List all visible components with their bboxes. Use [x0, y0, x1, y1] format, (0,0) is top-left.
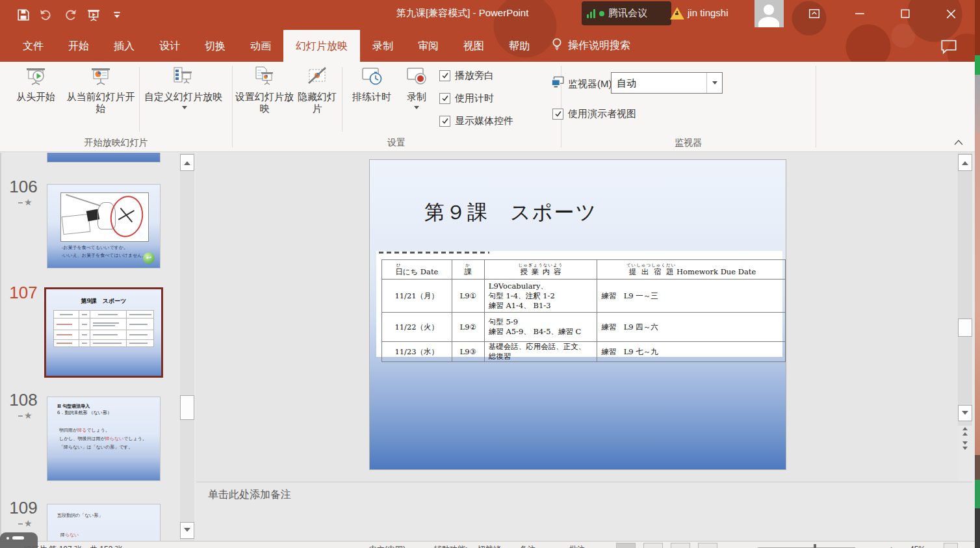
thumbnail-slide-108[interactable]: Ⅱ 句型语法导入 6．動詞未然形 （ない形） 明日雨が降るでしょう。 しかし、明… — [47, 397, 161, 481]
combo-arrow[interactable] — [706, 73, 722, 93]
from-beginning-icon — [25, 65, 47, 87]
zoom-in-icon[interactable]: + — [889, 543, 894, 548]
start-slideshow-icon[interactable] — [86, 7, 101, 23]
hide-slide-button[interactable]: 隐藏幻灯片 — [294, 65, 341, 114]
table-row: 11/23（水） L9③ 基礎会話、応用会話、正文、総復習 練習 L9 七～九 — [382, 342, 786, 362]
tab-review[interactable]: 审阅 — [406, 30, 451, 62]
tab-design[interactable]: 设计 — [147, 30, 192, 62]
group-label-setup: 设置 — [232, 137, 561, 150]
tab-view[interactable]: 视图 — [451, 30, 496, 62]
maximize-icon[interactable] — [890, 0, 920, 27]
reading-view-icon[interactable] — [671, 543, 690, 548]
tab-record[interactable]: 录制 — [360, 30, 406, 62]
setup-slide-show-button[interactable]: 设置幻灯片放映 — [235, 65, 294, 114]
slide-sorter-view-icon[interactable] — [643, 543, 663, 548]
close-icon[interactable] — [936, 0, 966, 27]
collapse-ribbon-icon[interactable] — [950, 136, 967, 149]
tab-animations[interactable]: 动画 — [238, 30, 283, 62]
monitor-label: 监视器(M): — [568, 78, 615, 90]
cell-content: 基礎会話、応用会話、正文、総復習 — [484, 342, 597, 362]
tencent-meeting-badge[interactable]: 腾讯会议 — [582, 1, 671, 25]
fit-to-window-icon[interactable] — [944, 543, 958, 548]
save-icon[interactable] — [16, 7, 31, 23]
thumbnail-slide-107-selected[interactable]: 第9課 スポーツ — [44, 287, 163, 378]
meeting-badge-label: 腾讯会议 — [608, 7, 647, 20]
redo-icon[interactable] — [62, 7, 78, 23]
account-name[interactable]: jin tingshi — [688, 7, 729, 18]
animation-star-icon: ★ — [18, 197, 38, 207]
tell-me-search[interactable]: 操作说明搜索 — [542, 30, 639, 62]
edge-strip — [975, 133, 980, 455]
tab-insert[interactable]: 插入 — [101, 30, 147, 62]
avatar[interactable] — [754, 0, 784, 27]
chevron-down-icon — [712, 81, 717, 87]
play-narrations-checkbox[interactable]: 播放旁白 — [439, 69, 494, 82]
rehearse-timings-button[interactable]: 排练计时 — [346, 65, 398, 103]
use-timings-label: 使用计时 — [455, 92, 494, 105]
notes-pane[interactable]: 单击此处添加备注 — [196, 482, 972, 541]
thumbnail-slide-106[interactable]: -お菓子を食べてもいいですか。 -いいえ、お菓子を食べてはいけません。 ↩ — [47, 184, 161, 268]
minimize-icon[interactable] — [845, 0, 875, 27]
zoom-out-icon[interactable]: − — [745, 543, 749, 548]
nav-back-icon[interactable]: ↩ — [143, 252, 155, 264]
signal-bars-icon — [587, 9, 595, 18]
scroll-down-button[interactable] — [180, 522, 194, 539]
edge-strip — [975, 0, 980, 55]
next-slide-button[interactable] — [961, 441, 970, 451]
slide-canvas[interactable]: 第９課 スポーツ 日ひにち Date 課か 授業内容じゅぎょうないよう 提出宿題… — [369, 159, 786, 470]
slide-title: 第９課 スポーツ — [424, 199, 597, 226]
scrollbar-thumb[interactable] — [958, 319, 972, 337]
language-indicator[interactable]: 中文(中国) — [369, 543, 406, 548]
meeting-mini-overlay[interactable] — [0, 532, 38, 548]
slide-thumbnails-panel: 106 ★ -お菓子を食べてもいいですか。 -いいえ、お菓子を食べてはいけません… — [0, 153, 196, 541]
ribbon-tabs: 文件 开始 插入 设计 切换 动画 幻灯片放映 录制 审阅 视图 帮助 操作说明… — [0, 30, 980, 62]
group-label-monitors: 监视器 — [561, 137, 816, 150]
header-lesson: 課か — [452, 260, 484, 280]
cell-date: 11/22（火） — [382, 313, 452, 342]
scroll-up-button[interactable] — [958, 154, 972, 171]
show-media-controls-checkbox[interactable]: 显示媒体控件 — [439, 114, 513, 127]
comment-bubble-icon[interactable] — [940, 39, 957, 57]
custom-slide-show-button[interactable]: 自定义幻灯片放映 — [144, 65, 222, 114]
ribbon-display-options-icon[interactable] — [799, 0, 829, 27]
lightbulb-icon — [551, 38, 563, 55]
normal-view-icon[interactable] — [616, 543, 636, 548]
from-beginning-button[interactable]: 从头开始 — [9, 65, 62, 103]
quick-access-toolbar — [16, 4, 125, 26]
notes-placeholder[interactable]: 单击此处添加备注 — [208, 488, 291, 502]
cell-homework: 練習 L9 七～九 — [597, 342, 786, 362]
zoom-level[interactable]: 45% — [910, 543, 925, 548]
comments-toggle[interactable]: 批注 — [569, 543, 585, 548]
scrollbar-thumb[interactable] — [180, 395, 194, 420]
tab-help[interactable]: 帮助 — [496, 30, 542, 62]
tab-slide-show[interactable]: 幻灯片放映 — [283, 30, 360, 62]
undo-icon[interactable] — [39, 7, 55, 23]
cell-date: 11/21（月） — [382, 280, 452, 313]
use-timings-checkbox[interactable]: 使用计时 — [439, 92, 494, 105]
cartoon-image — [60, 192, 149, 242]
customize-qat-icon[interactable] — [109, 7, 125, 23]
red-circle-x-mark — [107, 193, 146, 240]
tab-transitions[interactable]: 切换 — [192, 30, 238, 62]
group-separator — [232, 66, 233, 148]
zoom-slider-handle[interactable] — [814, 544, 816, 548]
scroll-up-button[interactable] — [180, 154, 194, 171]
schedule-table: 日ひにち Date 課か 授業内容じゅぎょうないよう 提出宿題ていしゅつしゅくだ… — [381, 259, 786, 362]
thumbnail-slide-109[interactable]: 五段動詞の「ない形」 降らない 降ります — [47, 504, 161, 541]
clipped-text-line — [379, 252, 489, 254]
record-button[interactable]: 录制 — [399, 65, 434, 114]
thumbnails-scrollbar[interactable] — [180, 153, 194, 541]
accessibility-status[interactable]: 辅助功能: 一切就绪 — [434, 543, 501, 548]
slideshow-view-icon[interactable] — [698, 543, 717, 548]
scroll-down-button[interactable] — [958, 405, 972, 421]
tab-home[interactable]: 开始 — [56, 30, 101, 62]
thumbnail-partial-top[interactable] — [47, 153, 161, 163]
main-scrollbar[interactable] — [958, 153, 972, 426]
monitor-dropdown[interactable]: 自动 — [611, 72, 723, 94]
notes-toggle[interactable]: 备注 — [520, 543, 535, 548]
use-presenter-view-checkbox[interactable]: 使用演示者视图 — [552, 107, 636, 120]
from-current-slide-button[interactable]: 从当前幻灯片开始 — [62, 65, 139, 114]
previous-slide-button[interactable] — [961, 426, 970, 436]
tab-file[interactable]: 文件 — [10, 30, 56, 62]
dropdown-caret-icon — [182, 106, 187, 112]
